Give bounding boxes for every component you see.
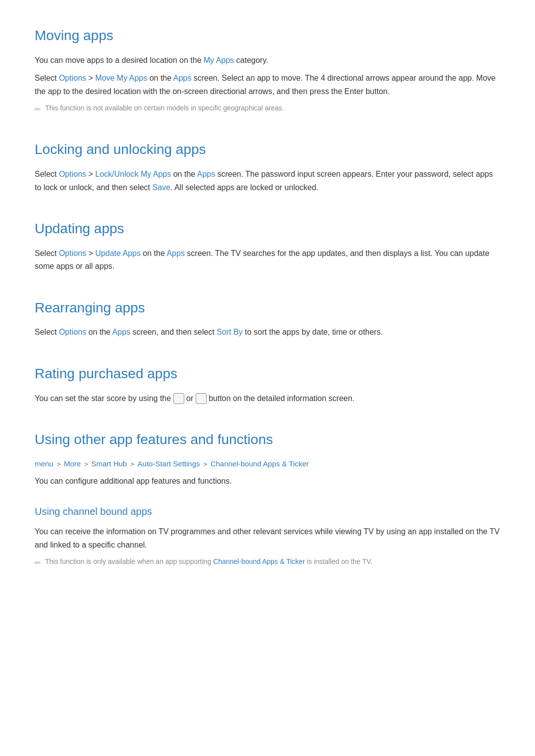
para-channel-1: You can receive the information on TV pr… xyxy=(35,525,500,552)
link-apps-update[interactable]: Apps xyxy=(166,249,184,257)
para-update-1: Select Options > Update Apps on the Apps… xyxy=(35,247,500,273)
link-apps-lock[interactable]: Apps xyxy=(197,170,215,178)
star-button-up xyxy=(173,393,184,404)
note-channel: ✏ This function is only available when a… xyxy=(35,556,500,569)
link-options-rearrange[interactable]: Options xyxy=(59,328,86,336)
link-apps-rearrange[interactable]: Apps xyxy=(112,328,130,336)
para-moving-1-text: You can move apps to a desired location … xyxy=(35,56,204,64)
link-sort-by[interactable]: Sort By xyxy=(216,328,242,336)
para-moving-1-after: category. xyxy=(234,56,268,64)
breadcrumb-channelbound[interactable]: Channel-bound Apps & Ticker xyxy=(211,459,309,468)
section-locking-apps: Locking and unlocking apps Select Option… xyxy=(35,139,500,194)
para-other-1: You can configure additional app feature… xyxy=(35,475,500,488)
note-text-channel: This function is only available when an … xyxy=(45,556,373,567)
link-move-my-apps[interactable]: Move My Apps xyxy=(95,74,147,82)
para-moving-1: You can move apps to a desired location … xyxy=(35,54,500,67)
section-title-rearranging-apps: Rearranging apps xyxy=(35,297,500,319)
para-moving-2: Select Options > Move My Apps on the App… xyxy=(35,72,500,98)
para-rearrange-1-post: to sort the apps by date, time or others… xyxy=(243,328,383,336)
breadcrumb-smarthub[interactable]: Smart Hub xyxy=(92,459,127,468)
link-apps-moving[interactable]: Apps xyxy=(173,74,191,82)
section-title-moving-apps: Moving apps xyxy=(35,25,500,47)
para-lock-1-post: . All selected apps are locked or unlock… xyxy=(170,183,319,192)
note-icon-moving: ✏ xyxy=(35,104,41,115)
breadcrumb-chevron-2: > xyxy=(84,460,90,468)
breadcrumb-chevron-4: > xyxy=(204,460,209,468)
link-channel-bound-ticker[interactable]: Channel-bound Apps & Ticker xyxy=(213,557,305,565)
subsection-channel-bound: Using channel bound apps You can receive… xyxy=(35,504,500,568)
breadcrumb-chevron-3: > xyxy=(130,460,136,468)
chevron-lock: > xyxy=(86,170,95,178)
link-options-update[interactable]: Options xyxy=(59,249,86,257)
chevron-update: > xyxy=(86,249,95,257)
note-moving: ✏ This function is not available on cert… xyxy=(35,103,500,115)
breadcrumb-chevron-1: > xyxy=(57,460,62,468)
link-options-moving[interactable]: Options xyxy=(59,74,86,82)
para-lock-1-pre: Select xyxy=(35,170,59,178)
on-the-lock: on the xyxy=(171,170,197,178)
chevron-1: > xyxy=(86,74,95,82)
note-text-moving: This function is not available on certai… xyxy=(45,103,284,113)
section-moving-apps: Moving apps You can move apps to a desir… xyxy=(35,25,500,115)
section-other-features: Using other app features and functions m… xyxy=(35,429,500,568)
note-icon-channel: ✏ xyxy=(35,557,41,569)
subsection-title-channel-bound: Using channel bound apps xyxy=(35,504,500,519)
section-title-locking-apps: Locking and unlocking apps xyxy=(35,139,500,161)
section-title-rating-apps: Rating purchased apps xyxy=(35,363,500,385)
section-title-other-features: Using other app features and functions xyxy=(35,429,500,451)
link-save[interactable]: Save xyxy=(152,183,170,192)
breadcrumb-menu[interactable]: menu xyxy=(35,459,54,468)
section-updating-apps: Updating apps Select Options > Update Ap… xyxy=(35,218,500,273)
para-rearrange-1-mid: screen, and then select xyxy=(130,328,216,336)
breadcrumb-autostart[interactable]: Auto-Start Settings xyxy=(138,459,200,468)
breadcrumb-more[interactable]: More xyxy=(64,459,81,468)
link-update-apps[interactable]: Update Apps xyxy=(95,249,141,257)
para-rearrange-1-pre: Select xyxy=(35,328,59,336)
star-button-down xyxy=(196,393,207,404)
on-the-1: on the xyxy=(147,74,173,82)
para-rating-1: You can set the star score by using the … xyxy=(35,392,500,405)
section-rearranging-apps: Rearranging apps Select Options on the A… xyxy=(35,297,500,339)
section-rating-apps: Rating purchased apps You can set the st… xyxy=(35,363,500,405)
section-title-updating-apps: Updating apps xyxy=(35,218,500,240)
link-lock-unlock[interactable]: Lock/Unlock My Apps xyxy=(95,170,171,178)
link-my-apps[interactable]: My Apps xyxy=(204,56,234,64)
para-rearrange-1: Select Options on the Apps screen, and t… xyxy=(35,326,500,339)
on-the-update: on the xyxy=(141,249,167,257)
on-the-rearrange: on the xyxy=(86,328,112,336)
para-lock-1: Select Options > Lock/Unlock My Apps on … xyxy=(35,168,500,194)
breadcrumb-other-features: menu > More > Smart Hub > Auto-Start Set… xyxy=(35,458,500,470)
para-update-1-pre: Select xyxy=(35,249,59,257)
link-options-lock[interactable]: Options xyxy=(59,170,86,178)
para-moving-2-pre: Select xyxy=(35,74,59,82)
